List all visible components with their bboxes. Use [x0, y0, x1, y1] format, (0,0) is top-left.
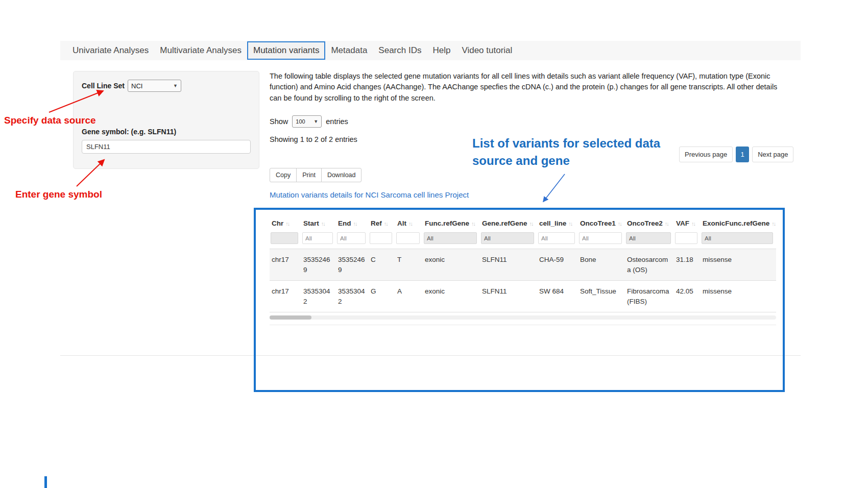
annotation-arrow-data-source — [46, 86, 110, 117]
cell-gene-refgene: SLFN11 — [480, 281, 537, 312]
gene-symbol-label: Gene symbol: (e.g. SLFN11) — [82, 128, 251, 136]
column-filter-cell-line[interactable] — [538, 232, 575, 244]
entries-per-page-select[interactable]: 100 ▼ — [292, 115, 322, 128]
sort-icon[interactable]: ↑↓ — [771, 221, 775, 227]
column-header-alt[interactable]: Alt↑↓ — [395, 215, 423, 232]
column-filter-func-refgene[interactable] — [424, 232, 477, 244]
column-label: OncoTree2 — [627, 219, 663, 227]
column-label: VAF — [676, 219, 689, 227]
cell-exonicfunc-refgene: missense — [701, 249, 776, 281]
column-filter-oncotree1[interactable] — [579, 232, 622, 244]
column-header-oncotree1[interactable]: OncoTree1↑↓ — [578, 215, 625, 232]
horizontal-scrollbar-thumb[interactable] — [270, 315, 311, 320]
copy-button[interactable]: Copy — [270, 168, 297, 182]
tab-multivariate-analyses[interactable]: Multivariate Analyses — [154, 41, 247, 60]
cell-chr: chr17 — [270, 281, 301, 312]
column-filter-ref[interactable] — [370, 232, 392, 244]
cell-gene-refgene: SLFN11 — [480, 249, 537, 281]
entries-per-page-value: 100 — [296, 118, 305, 125]
sort-icon[interactable]: ↑↓ — [691, 221, 695, 227]
cell-chr: chr17 — [270, 249, 301, 281]
tab-univariate-analyses[interactable]: Univariate Analyses — [67, 41, 154, 60]
current-page-button[interactable]: 1 — [736, 147, 749, 162]
annotation-variants-note: List of variants for selected data sourc… — [472, 135, 687, 169]
sort-icon[interactable]: ↑↓ — [353, 221, 357, 227]
annotation-arrow-gene-symbol — [70, 155, 114, 190]
sort-icon[interactable]: ↑↓ — [529, 221, 533, 227]
sort-icon[interactable]: ↑↓ — [665, 221, 668, 227]
column-filter-end[interactable] — [337, 232, 366, 244]
cell-start: 35352469 — [301, 249, 336, 281]
cell-func-refgene: exonic — [423, 281, 480, 312]
column-header-cell-line[interactable]: cell_line↑↓ — [537, 215, 578, 232]
previous-page-button[interactable]: Previous page — [679, 147, 733, 162]
cell-end: 35353042 — [336, 281, 369, 312]
column-filter-oncotree2[interactable] — [626, 232, 671, 244]
tab-help[interactable]: Help — [427, 41, 456, 60]
variants-table-container: Chr↑↓Start↑↓End↑↓Ref↑↓Alt↑↓Func.refGene↑… — [270, 215, 776, 312]
app-window: Univariate Analyses Multivariate Analyse… — [0, 0, 868, 488]
sort-icon[interactable]: ↑↓ — [471, 221, 475, 227]
sort-icon[interactable]: ↑↓ — [384, 221, 388, 227]
download-button[interactable]: Download — [321, 168, 362, 182]
cell-line-set-value: NCI — [131, 82, 142, 90]
tab-video-tutorial[interactable]: Video tutorial — [456, 41, 518, 60]
chevron-down-icon: ▼ — [173, 83, 178, 88]
table-title-link[interactable]: Mutation variants details for NCI Sarcom… — [270, 190, 469, 199]
column-header-func-refgene[interactable]: Func.refGene↑↓ — [423, 215, 480, 232]
export-button-group: Copy Print Download — [270, 168, 361, 182]
table-row[interactable]: chr173535304235353042GAexonicSLFN11SW 68… — [270, 281, 776, 312]
column-header-end[interactable]: End↑↓ — [336, 215, 369, 232]
annotation-variants-line2: source and gene — [472, 152, 687, 169]
column-header-vaf[interactable]: VAF↑↓ — [674, 215, 701, 232]
column-header-oncotree2[interactable]: OncoTree2↑↓ — [625, 215, 674, 232]
table-row[interactable]: chr173535246935352469CTexonicSLFN11CHA-5… — [270, 249, 776, 281]
column-label: Chr — [272, 219, 283, 227]
sort-icon[interactable]: ↑↓ — [408, 221, 412, 227]
column-header-chr[interactable]: Chr↑↓ — [270, 215, 301, 232]
table-filter-row — [270, 232, 776, 249]
column-header-gene-refgene[interactable]: Gene.refGene↑↓ — [480, 215, 537, 232]
column-filter-exonicfunc-refgene[interactable] — [702, 232, 773, 244]
column-header-exonicfunc-refgene[interactable]: ExonicFunc.refGene↑↓ — [701, 215, 776, 232]
column-label: OncoTree1 — [580, 219, 616, 227]
horizontal-scrollbar[interactable] — [270, 315, 776, 320]
table-bottom-border — [270, 325, 776, 325]
tab-mutation-variants[interactable]: Mutation variants — [247, 41, 325, 60]
showing-entries-info: Showing 1 to 2 of 2 entries — [270, 135, 357, 143]
print-button[interactable]: Print — [296, 168, 322, 182]
column-label: cell_line — [539, 219, 566, 227]
column-label: Func.refGene — [425, 219, 469, 227]
cell-start: 35353042 — [301, 281, 336, 312]
column-header-ref[interactable]: Ref↑↓ — [369, 215, 395, 232]
show-entries-control: Show 100 ▼ entries — [270, 115, 348, 128]
entries-label: entries — [326, 117, 348, 126]
sort-icon[interactable]: ↑↓ — [568, 221, 572, 227]
sort-icon[interactable]: ↑↓ — [285, 221, 289, 227]
gene-symbol-input[interactable] — [82, 140, 251, 154]
next-page-button[interactable]: Next page — [752, 147, 793, 162]
variants-table: Chr↑↓Start↑↓End↑↓Ref↑↓Alt↑↓Func.refGene↑… — [270, 215, 776, 312]
cell-exonicfunc-refgene: missense — [701, 281, 776, 312]
sort-icon[interactable]: ↑↓ — [618, 221, 621, 227]
cell-line-set-select[interactable]: NCI ▼ — [128, 80, 181, 92]
column-label: Ref — [371, 219, 382, 227]
column-label: Gene.refGene — [482, 219, 527, 227]
column-filter-chr[interactable] — [271, 232, 298, 244]
cell-oncotree2: Fibrosarcoma (FIBS) — [625, 281, 674, 312]
cell-func-refgene: exonic — [423, 249, 480, 281]
column-label: ExonicFunc.refGene — [703, 219, 769, 227]
column-label: Alt — [397, 219, 406, 227]
cell-ref: C — [369, 249, 395, 281]
tab-search-ids[interactable]: Search IDs — [373, 41, 427, 60]
column-filter-gene-refgene[interactable] — [481, 232, 534, 244]
column-label: Start — [303, 219, 319, 227]
column-filter-start[interactable] — [302, 232, 333, 244]
cell-alt: A — [395, 281, 423, 312]
sort-icon[interactable]: ↑↓ — [321, 221, 325, 227]
column-header-start[interactable]: Start↑↓ — [301, 215, 336, 232]
column-filter-alt[interactable] — [396, 232, 420, 244]
panel-divider — [60, 355, 801, 356]
tab-metadata[interactable]: Metadata — [325, 41, 373, 60]
column-filter-vaf[interactable] — [675, 232, 697, 244]
